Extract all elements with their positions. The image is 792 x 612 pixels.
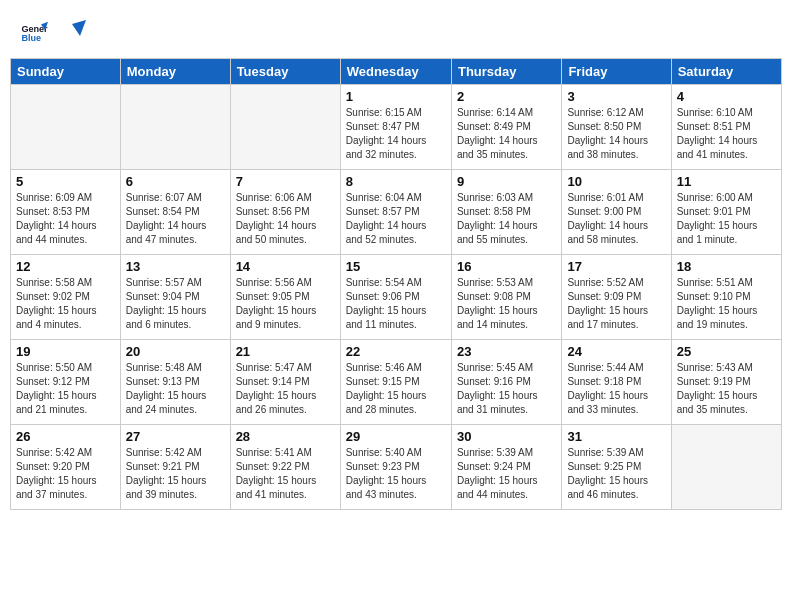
calendar-cell: 6Sunrise: 6:07 AMSunset: 8:54 PMDaylight… [120, 170, 230, 255]
cell-info-line: Sunrise: 5:44 AM [567, 361, 665, 375]
calendar-week-1: 5Sunrise: 6:09 AMSunset: 8:53 PMDaylight… [11, 170, 782, 255]
cell-info-line: Sunset: 8:51 PM [677, 120, 776, 134]
calendar-week-2: 12Sunrise: 5:58 AMSunset: 9:02 PMDayligh… [11, 255, 782, 340]
cell-info-line: Daylight: 15 hours [126, 389, 225, 403]
day-number: 20 [126, 344, 225, 359]
day-number: 18 [677, 259, 776, 274]
cell-info-line: Daylight: 14 hours [457, 219, 556, 233]
cell-info-line: and 17 minutes. [567, 318, 665, 332]
cell-info-line: and 55 minutes. [457, 233, 556, 247]
cell-info-line: and 52 minutes. [346, 233, 446, 247]
cell-info-line: Daylight: 15 hours [457, 389, 556, 403]
cell-info-line: Daylight: 14 hours [236, 219, 335, 233]
calendar-week-4: 26Sunrise: 5:42 AMSunset: 9:20 PMDayligh… [11, 425, 782, 510]
page-header: General Blue [10, 10, 782, 52]
cell-info-line: and 47 minutes. [126, 233, 225, 247]
cell-info-line: Sunrise: 5:57 AM [126, 276, 225, 290]
cell-info-line: Sunrise: 6:06 AM [236, 191, 335, 205]
day-number: 21 [236, 344, 335, 359]
calendar-cell: 9Sunrise: 6:03 AMSunset: 8:58 PMDaylight… [451, 170, 561, 255]
cell-info-line: Sunrise: 6:09 AM [16, 191, 115, 205]
cell-info-line: Sunset: 9:22 PM [236, 460, 335, 474]
calendar-cell: 31Sunrise: 5:39 AMSunset: 9:25 PMDayligh… [562, 425, 671, 510]
calendar-week-3: 19Sunrise: 5:50 AMSunset: 9:12 PMDayligh… [11, 340, 782, 425]
cell-info-line: Sunset: 9:18 PM [567, 375, 665, 389]
day-number: 3 [567, 89, 665, 104]
day-number: 19 [16, 344, 115, 359]
cell-info-line: Daylight: 15 hours [236, 389, 335, 403]
calendar-cell: 19Sunrise: 5:50 AMSunset: 9:12 PMDayligh… [11, 340, 121, 425]
cell-info-line: and 11 minutes. [346, 318, 446, 332]
cell-info-line: Daylight: 15 hours [677, 389, 776, 403]
calendar-cell: 23Sunrise: 5:45 AMSunset: 9:16 PMDayligh… [451, 340, 561, 425]
cell-info-line: Sunset: 9:16 PM [457, 375, 556, 389]
svg-marker-3 [72, 20, 86, 36]
cell-info-line: Sunset: 8:53 PM [16, 205, 115, 219]
cell-info-line: and 1 minute. [677, 233, 776, 247]
day-number: 12 [16, 259, 115, 274]
calendar-cell: 25Sunrise: 5:43 AMSunset: 9:19 PMDayligh… [671, 340, 781, 425]
day-number: 8 [346, 174, 446, 189]
calendar-cell: 28Sunrise: 5:41 AMSunset: 9:22 PMDayligh… [230, 425, 340, 510]
calendar-cell: 14Sunrise: 5:56 AMSunset: 9:05 PMDayligh… [230, 255, 340, 340]
cell-info-line: Sunrise: 5:42 AM [16, 446, 115, 460]
cell-info-line: Daylight: 15 hours [126, 304, 225, 318]
cell-info-line: Sunrise: 5:46 AM [346, 361, 446, 375]
day-number: 27 [126, 429, 225, 444]
cell-info-line: Sunset: 8:58 PM [457, 205, 556, 219]
day-number: 26 [16, 429, 115, 444]
cell-info-line: Sunset: 9:08 PM [457, 290, 556, 304]
cell-info-line: Sunset: 8:57 PM [346, 205, 446, 219]
cell-info-line: Sunrise: 5:52 AM [567, 276, 665, 290]
cell-info-line: Sunrise: 6:00 AM [677, 191, 776, 205]
cell-info-line: and 41 minutes. [677, 148, 776, 162]
cell-info-line: Daylight: 15 hours [677, 304, 776, 318]
calendar-cell: 5Sunrise: 6:09 AMSunset: 8:53 PMDaylight… [11, 170, 121, 255]
cell-info-line: Sunrise: 5:48 AM [126, 361, 225, 375]
calendar-cell: 10Sunrise: 6:01 AMSunset: 9:00 PMDayligh… [562, 170, 671, 255]
calendar-cell: 8Sunrise: 6:04 AMSunset: 8:57 PMDaylight… [340, 170, 451, 255]
cell-info-line: Sunrise: 6:04 AM [346, 191, 446, 205]
calendar-cell: 3Sunrise: 6:12 AMSunset: 8:50 PMDaylight… [562, 85, 671, 170]
cell-info-line: Daylight: 14 hours [677, 134, 776, 148]
logo-bird-icon [56, 18, 86, 48]
cell-info-line: Daylight: 15 hours [16, 389, 115, 403]
cell-info-line: Sunrise: 5:56 AM [236, 276, 335, 290]
calendar-week-0: 1Sunrise: 6:15 AMSunset: 8:47 PMDaylight… [11, 85, 782, 170]
day-number: 22 [346, 344, 446, 359]
day-number: 14 [236, 259, 335, 274]
day-number: 16 [457, 259, 556, 274]
calendar-cell: 29Sunrise: 5:40 AMSunset: 9:23 PMDayligh… [340, 425, 451, 510]
cell-info-line: Daylight: 15 hours [346, 389, 446, 403]
calendar-cell: 30Sunrise: 5:39 AMSunset: 9:24 PMDayligh… [451, 425, 561, 510]
cell-info-line: and 28 minutes. [346, 403, 446, 417]
cell-info-line: Sunrise: 5:43 AM [677, 361, 776, 375]
cell-info-line: Daylight: 14 hours [126, 219, 225, 233]
calendar-cell: 11Sunrise: 6:00 AMSunset: 9:01 PMDayligh… [671, 170, 781, 255]
cell-info-line: Sunset: 8:49 PM [457, 120, 556, 134]
cell-info-line: Sunrise: 5:42 AM [126, 446, 225, 460]
cell-info-line: Sunrise: 5:41 AM [236, 446, 335, 460]
cell-info-line: and 41 minutes. [236, 488, 335, 502]
cell-info-line: and 6 minutes. [126, 318, 225, 332]
cell-info-line: and 21 minutes. [16, 403, 115, 417]
cell-info-line: Sunrise: 5:53 AM [457, 276, 556, 290]
cell-info-line: Sunset: 8:50 PM [567, 120, 665, 134]
calendar-cell: 1Sunrise: 6:15 AMSunset: 8:47 PMDaylight… [340, 85, 451, 170]
cell-info-line: Sunset: 9:20 PM [16, 460, 115, 474]
cell-info-line: Daylight: 15 hours [567, 389, 665, 403]
calendar-cell: 7Sunrise: 6:06 AMSunset: 8:56 PMDaylight… [230, 170, 340, 255]
cell-info-line: Sunset: 9:06 PM [346, 290, 446, 304]
cell-info-line: Daylight: 15 hours [236, 304, 335, 318]
cell-info-line: Sunrise: 6:12 AM [567, 106, 665, 120]
calendar-cell [11, 85, 121, 170]
svg-text:Blue: Blue [21, 33, 41, 43]
cell-info-line: Sunset: 9:04 PM [126, 290, 225, 304]
cell-info-line: Sunset: 9:09 PM [567, 290, 665, 304]
calendar-cell: 22Sunrise: 5:46 AMSunset: 9:15 PMDayligh… [340, 340, 451, 425]
cell-info-line: Sunset: 9:24 PM [457, 460, 556, 474]
cell-info-line: and 32 minutes. [346, 148, 446, 162]
cell-info-line: Sunrise: 6:01 AM [567, 191, 665, 205]
calendar-cell: 2Sunrise: 6:14 AMSunset: 8:49 PMDaylight… [451, 85, 561, 170]
day-number: 24 [567, 344, 665, 359]
